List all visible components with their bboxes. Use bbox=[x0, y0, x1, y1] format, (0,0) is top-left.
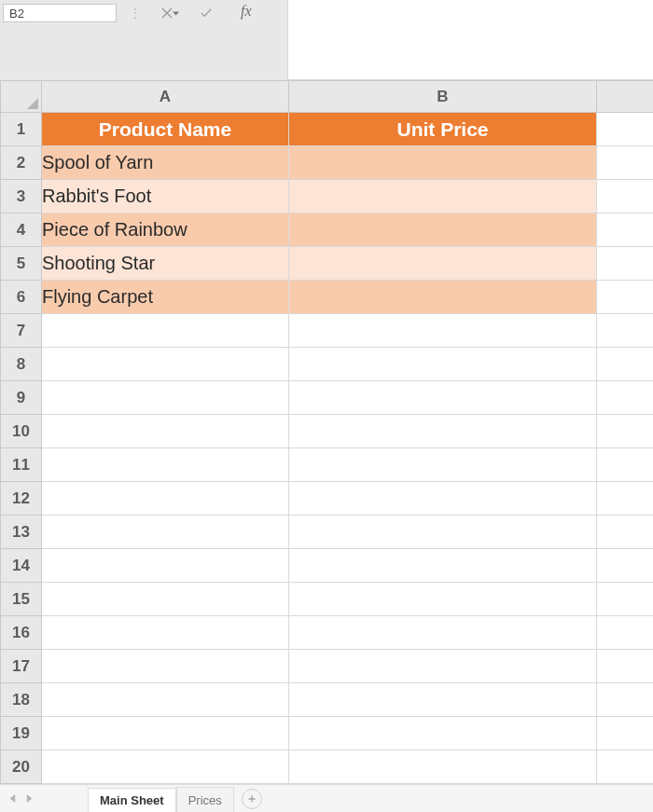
cell-A13[interactable] bbox=[42, 516, 289, 549]
cell-A14[interactable] bbox=[42, 549, 289, 583]
cell-A9[interactable] bbox=[42, 381, 289, 415]
cell-A17[interactable] bbox=[42, 650, 289, 683]
cell-C2[interactable] bbox=[597, 146, 654, 180]
row-header-13[interactable]: 13 bbox=[1, 516, 42, 549]
cell-A12[interactable] bbox=[42, 482, 289, 516]
row-header-6[interactable]: 6 bbox=[1, 281, 42, 314]
cell-C17[interactable] bbox=[597, 650, 654, 683]
cell-A11[interactable] bbox=[42, 448, 289, 482]
cell-C7[interactable] bbox=[597, 314, 654, 348]
cell-C12[interactable] bbox=[597, 482, 654, 516]
sheet-nav-prev[interactable] bbox=[4, 791, 21, 807]
cell-C14[interactable] bbox=[597, 549, 654, 583]
cell-C19[interactable] bbox=[597, 717, 654, 750]
fx-label[interactable]: fx bbox=[241, 3, 252, 20]
row-header-4[interactable]: 4 bbox=[1, 213, 42, 247]
cell-A3[interactable]: Rabbit's Foot bbox=[42, 180, 289, 213]
sheet-tab-main-sheet[interactable]: Main Sheet bbox=[88, 788, 176, 813]
column-header-A[interactable]: A bbox=[42, 81, 289, 113]
cell-B20[interactable] bbox=[289, 750, 597, 784]
sheet-tab-label: Main Sheet bbox=[100, 793, 164, 807]
cell-B7[interactable] bbox=[289, 314, 597, 348]
cell-C3[interactable] bbox=[597, 180, 654, 213]
row-header-2[interactable]: 2 bbox=[1, 146, 42, 180]
spreadsheet-grid[interactable]: A B 1 Product Name Unit Price 2 Spool of… bbox=[0, 80, 653, 784]
cell-B14[interactable] bbox=[289, 549, 597, 583]
cell-A20[interactable] bbox=[42, 750, 289, 784]
row-header-7[interactable]: 7 bbox=[1, 314, 42, 348]
cell-B2[interactable] bbox=[289, 146, 597, 180]
cell-B18[interactable] bbox=[289, 683, 597, 717]
cell-C4[interactable] bbox=[597, 213, 654, 247]
cell-B12[interactable] bbox=[289, 482, 597, 516]
row-header-8[interactable]: 8 bbox=[1, 348, 42, 381]
name-box[interactable] bbox=[3, 4, 117, 22]
row-header-5[interactable]: 5 bbox=[1, 247, 42, 281]
row-header-3[interactable]: 3 bbox=[1, 180, 42, 213]
cell-B3[interactable] bbox=[289, 180, 597, 213]
cell-B17[interactable] bbox=[289, 650, 597, 683]
row-header-11[interactable]: 11 bbox=[1, 448, 42, 482]
row-header-14[interactable]: 14 bbox=[1, 549, 42, 583]
cell-A6[interactable]: Flying Carpet bbox=[42, 281, 289, 314]
sheet-tab-prices[interactable]: Prices bbox=[176, 787, 234, 813]
cell-A7[interactable] bbox=[42, 314, 289, 348]
cell-B8[interactable] bbox=[289, 348, 597, 381]
cell-C6[interactable] bbox=[597, 281, 654, 314]
cell-B19[interactable] bbox=[289, 717, 597, 750]
row-header-15[interactable]: 15 bbox=[1, 583, 42, 616]
row-header-17[interactable]: 17 bbox=[1, 650, 42, 683]
formula-bar[interactable] bbox=[287, 0, 653, 80]
cell-A19[interactable] bbox=[42, 717, 289, 750]
cell-B4[interactable] bbox=[289, 213, 597, 247]
cell-A16[interactable] bbox=[42, 616, 289, 650]
cell-B16[interactable] bbox=[289, 616, 597, 650]
cell-A4[interactable]: Piece of Rainbow bbox=[42, 213, 289, 247]
cell-C13[interactable] bbox=[597, 516, 654, 549]
cell-C16[interactable] bbox=[597, 616, 654, 650]
row-header-18[interactable]: 18 bbox=[1, 683, 42, 717]
row-header-10[interactable]: 10 bbox=[1, 415, 42, 448]
cell-C9[interactable] bbox=[597, 381, 654, 415]
formula-cancel-button[interactable] bbox=[155, 4, 179, 22]
cell-C18[interactable] bbox=[597, 683, 654, 717]
column-header-B[interactable]: B bbox=[289, 81, 597, 113]
cell-A18[interactable] bbox=[42, 683, 289, 717]
row-header-20[interactable]: 20 bbox=[1, 750, 42, 784]
cell-A15[interactable] bbox=[42, 583, 289, 616]
formula-input[interactable] bbox=[288, 0, 653, 79]
sheet-nav-next[interactable] bbox=[21, 791, 37, 807]
cell-C11[interactable] bbox=[597, 448, 654, 482]
cell-C1[interactable] bbox=[597, 113, 654, 146]
cell-B15[interactable] bbox=[289, 583, 597, 616]
cell-B13[interactable] bbox=[289, 516, 597, 549]
name-box-input[interactable] bbox=[4, 5, 172, 21]
cell-B9[interactable] bbox=[289, 381, 597, 415]
cell-C15[interactable] bbox=[597, 583, 654, 616]
select-all-icon bbox=[27, 98, 38, 109]
row-header-16[interactable]: 16 bbox=[1, 616, 42, 650]
formula-confirm-button[interactable] bbox=[194, 4, 218, 22]
cell-B5[interactable] bbox=[289, 247, 597, 281]
cell-C20[interactable] bbox=[597, 750, 654, 784]
sheet-tab-label: Prices bbox=[188, 793, 222, 807]
cell-A8[interactable] bbox=[42, 348, 289, 381]
cell-A10[interactable] bbox=[42, 415, 289, 448]
column-header-C[interactable] bbox=[597, 81, 654, 113]
add-sheet-button[interactable]: ＋ bbox=[242, 789, 262, 809]
row-header-9[interactable]: 9 bbox=[1, 381, 42, 415]
cell-A2[interactable]: Spool of Yarn bbox=[42, 146, 289, 180]
cell-C10[interactable] bbox=[597, 415, 654, 448]
cell-A1[interactable]: Product Name bbox=[42, 113, 289, 146]
cell-B6[interactable] bbox=[289, 281, 597, 314]
cell-A5[interactable]: Shooting Star bbox=[42, 247, 289, 281]
cell-B11[interactable] bbox=[289, 448, 597, 482]
cell-B1[interactable]: Unit Price bbox=[289, 113, 597, 146]
row-header-19[interactable]: 19 bbox=[1, 717, 42, 750]
cell-C5[interactable] bbox=[597, 247, 654, 281]
row-header-12[interactable]: 12 bbox=[1, 482, 42, 516]
select-all-corner[interactable] bbox=[1, 81, 42, 113]
row-header-1[interactable]: 1 bbox=[1, 113, 42, 146]
cell-B10[interactable] bbox=[289, 415, 597, 448]
cell-C8[interactable] bbox=[597, 348, 654, 381]
